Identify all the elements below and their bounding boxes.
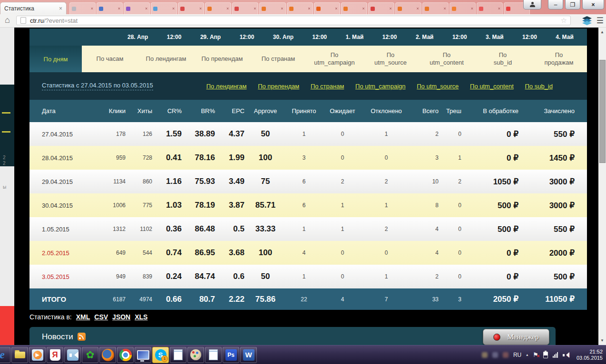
explorer-icon[interactable] [11, 347, 28, 363]
column-header[interactable]: Зачислено [518, 107, 587, 115]
export-link-xml[interactable]: XML [76, 313, 90, 321]
scrollbar[interactable]: ▲ ▼ [598, 28, 606, 345]
tab-close-icon[interactable]: × [145, 6, 147, 11]
paint-icon[interactable] [187, 347, 204, 363]
export-link-json[interactable]: JSON [112, 313, 130, 321]
tab-по-utm_campaign[interactable]: По utm_campaign [306, 46, 362, 72]
word-icon[interactable]: W [240, 347, 257, 363]
tab-по-продажам[interactable]: По продажам [531, 46, 587, 72]
tab-close-icon[interactable]: × [389, 6, 391, 11]
tab-close-icon[interactable]: × [498, 6, 500, 11]
tab-close-icon[interactable]: × [471, 6, 473, 11]
home-icon[interactable]: ⌂ [5, 15, 10, 25]
language-indicator[interactable]: RU [513, 352, 521, 358]
ie-icon[interactable]: e [0, 347, 10, 363]
filter-link[interactable]: По utm_source [417, 83, 459, 90]
background-tab[interactable]: × [232, 2, 258, 14]
tab-close-icon[interactable]: × [335, 6, 337, 11]
filter-link[interactable]: По utm_campaign [355, 83, 405, 90]
filter-link[interactable]: По utm_content [470, 83, 514, 90]
firefox-icon[interactable] [99, 347, 116, 363]
background-tab[interactable]: × [151, 2, 177, 14]
background-tab[interactable]: × [69, 2, 96, 14]
menu-icon[interactable]: ☰ [596, 16, 604, 26]
remote-desktop-icon[interactable] [135, 347, 151, 363]
filter-link[interactable]: По странам [311, 83, 344, 90]
tab-close-icon[interactable]: × [308, 6, 310, 11]
filter-link[interactable]: По прелендам [258, 83, 299, 90]
background-tab[interactable]: × [368, 2, 394, 14]
column-header[interactable]: EPC [215, 107, 244, 115]
action-center-flag-icon[interactable]: ⚑✕ [533, 351, 538, 358]
column-header[interactable]: Принято [286, 107, 322, 115]
scroll-up-icon[interactable]: ▲ [598, 30, 606, 34]
column-header[interactable]: Ожидает [322, 107, 363, 115]
clock[interactable]: 21:52 03.05.2015 [575, 349, 603, 361]
background-tab[interactable]: × [422, 2, 449, 14]
notepad-icon[interactable] [170, 347, 186, 363]
column-header[interactable]: Дата [29, 107, 96, 115]
tab-close-icon[interactable]: × [226, 6, 229, 11]
extension-icon[interactable] [581, 16, 593, 26]
bookmark-star-icon[interactable]: ☆ [561, 16, 570, 25]
background-tab[interactable]: × [178, 2, 204, 14]
minimize-button[interactable]: – [548, 0, 563, 10]
export-link-csv[interactable]: CSV [94, 313, 108, 321]
scroll-thumb[interactable] [599, 60, 606, 163]
photoshop-icon[interactable]: Ps [223, 347, 239, 363]
column-header[interactable]: Хиты [126, 107, 152, 115]
tab-close-icon[interactable]: × [59, 5, 62, 12]
yandex-icon[interactable]: Я [47, 347, 63, 363]
rss-icon[interactable] [78, 333, 86, 341]
column-header[interactable]: Треш [439, 107, 461, 115]
background-tab[interactable]: × [259, 2, 285, 14]
scroll-down-icon[interactable]: ▼ [598, 338, 606, 343]
tab-by-days[interactable]: По дням [29, 46, 82, 72]
column-header[interactable]: Approve [244, 107, 286, 115]
background-tab[interactable]: × [395, 2, 421, 14]
url-bar[interactable]: ctr.ru /?event=stat ☆ [16, 16, 571, 25]
tab-close-icon[interactable]: × [281, 6, 283, 11]
tab-close-icon[interactable]: × [254, 6, 256, 11]
volume-muted-icon[interactable]: ✕ [563, 352, 570, 358]
notes-icon[interactable] [205, 347, 222, 363]
background-tab[interactable]: × [341, 2, 367, 14]
column-header[interactable]: Отклонено [363, 107, 409, 115]
tab-по-странам[interactable]: По странам [250, 46, 306, 72]
tab-close-icon[interactable]: × [91, 6, 93, 11]
chrome-icon[interactable] [117, 347, 134, 363]
column-header[interactable]: В обработке [461, 107, 518, 115]
tab-по-utm_content[interactable]: По utm_content [419, 46, 475, 72]
column-header[interactable]: Клики [96, 107, 126, 115]
background-tab[interactable]: × [205, 2, 231, 14]
icq-icon[interactable]: ✿ [82, 347, 98, 363]
column-header[interactable]: BR% [182, 107, 215, 115]
profile-button[interactable] [523, 0, 541, 10]
network-signal-icon[interactable] [553, 352, 558, 358]
filter-link[interactable]: По лендингам [206, 83, 247, 90]
background-tab[interactable]: × [124, 2, 150, 14]
tab-close-icon[interactable]: × [362, 6, 364, 11]
tab-по-часам[interactable]: По часам [82, 46, 138, 72]
tab-close-icon[interactable]: × [199, 6, 202, 11]
tab-по-sub_id[interactable]: По sub_id [475, 46, 531, 72]
tab-по-utm_source[interactable]: По utm_source [362, 46, 419, 72]
tray-expand-icon[interactable]: ▴ [526, 353, 528, 357]
background-tab[interactable]: × [97, 2, 123, 14]
tab-close-icon[interactable]: × [172, 6, 175, 11]
column-header[interactable]: Всего [409, 107, 439, 115]
close-button[interactable]: × [582, 0, 604, 10]
manager-button[interactable]: Менеджер [483, 329, 549, 345]
tab-close-icon[interactable]: × [118, 6, 120, 11]
tab-close-icon[interactable]: × [417, 6, 419, 11]
background-tab[interactable]: × [314, 2, 340, 14]
tab-по-прелендам[interactable]: По прелендам [194, 46, 250, 72]
restore-button[interactable]: ❐ [565, 0, 580, 10]
filter-link[interactable]: По sub_id [525, 83, 553, 90]
background-tab[interactable]: × [450, 2, 476, 14]
background-tab[interactable]: × [477, 2, 503, 14]
volume-mixer-icon[interactable] [64, 347, 81, 363]
tab-по-лендингам[interactable]: По лендингам [138, 46, 194, 72]
tab-close-icon[interactable]: × [444, 6, 446, 11]
battery-icon[interactable] [543, 352, 548, 358]
